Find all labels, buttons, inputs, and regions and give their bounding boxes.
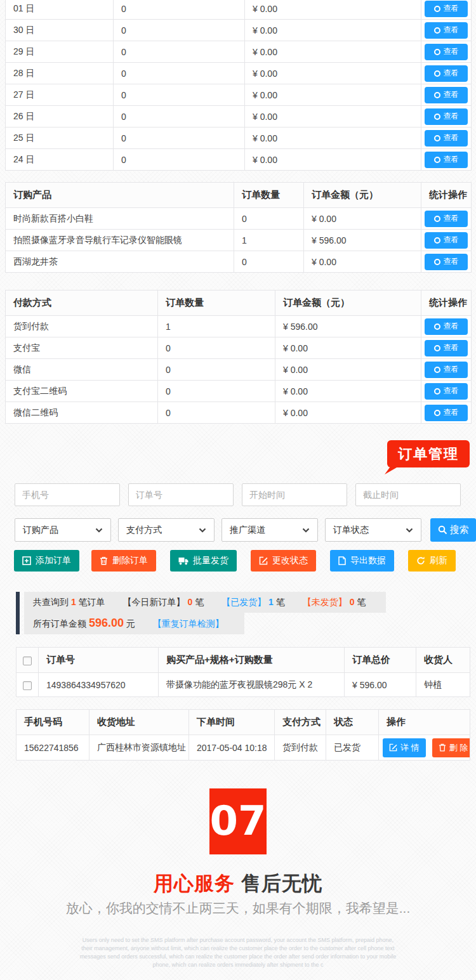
table-row: 24 日 0 ¥ 0.00 查看 bbox=[6, 149, 472, 171]
circle-icon bbox=[434, 92, 440, 98]
end-time-input[interactable] bbox=[355, 483, 461, 506]
day-cell: 27 日 bbox=[6, 84, 114, 106]
order-no-cell: 1493864334957620 bbox=[39, 673, 159, 697]
table-row: 支付宝 0 ¥ 0.00 查看 bbox=[6, 337, 472, 359]
product-stats-table: 订购产品 订单数量 订单金额（元） 统计操作 时尚新款百搭小白鞋 0 ¥ 0.0… bbox=[5, 182, 472, 273]
count-cell: 0 bbox=[114, 41, 245, 63]
table-row: 25 日 0 ¥ 0.00 查看 bbox=[6, 127, 472, 149]
view-button[interactable]: 查看 bbox=[425, 87, 468, 103]
column-header: 统计操作 bbox=[421, 183, 472, 208]
count-cell: 0 bbox=[114, 84, 245, 106]
edit-icon bbox=[259, 556, 268, 565]
channel-select[interactable]: 推广渠道 bbox=[221, 518, 318, 542]
refresh-icon bbox=[416, 556, 425, 565]
view-button[interactable]: 查看 bbox=[425, 318, 468, 335]
circle-icon bbox=[434, 388, 440, 395]
change-status-button[interactable]: 更改状态 bbox=[251, 550, 316, 572]
amount-cell: ¥ 0.00 bbox=[245, 63, 421, 84]
table-row: 30 日 0 ¥ 0.00 查看 bbox=[6, 20, 472, 41]
amount-cell: ¥ 0.00 bbox=[245, 149, 421, 171]
refresh-button[interactable]: 刷新 bbox=[408, 550, 456, 572]
column-header: 订单总价 bbox=[345, 648, 416, 673]
circle-icon bbox=[434, 367, 440, 373]
view-button[interactable]: 查看 bbox=[425, 362, 468, 378]
status-select[interactable]: 订单状态 bbox=[325, 518, 421, 542]
view-button[interactable]: 查看 bbox=[425, 44, 468, 60]
view-button[interactable]: 查看 bbox=[425, 1, 468, 17]
count-cell: 0 bbox=[114, 127, 245, 149]
view-button[interactable]: 查看 bbox=[425, 130, 468, 147]
table-row: 西湖龙井茶 0 ¥ 0.00 查看 bbox=[6, 251, 472, 273]
table-header-row: 订购产品 订单数量 订单金额（元） 统计操作 bbox=[6, 183, 472, 208]
product-select[interactable]: 订购产品 bbox=[15, 518, 111, 542]
product-cell: 西湖龙井茶 bbox=[6, 251, 234, 273]
day-cell: 01 日 bbox=[6, 0, 114, 20]
add-order-button[interactable]: 添加订单 bbox=[14, 550, 79, 572]
footer-title-accent: 用心服务 bbox=[154, 872, 235, 894]
product-stats-section: 订购产品 订单数量 订单金额（元） 统计操作 时尚新款百搭小白鞋 0 ¥ 0.0… bbox=[5, 182, 471, 273]
circle-icon bbox=[434, 70, 440, 77]
plus-square-icon bbox=[22, 556, 31, 565]
order-row: 1493864334957620 带摄像功能的蓝牙夜视眼镜298元 X 2 ¥ … bbox=[17, 673, 470, 697]
batch-ship-button[interactable]: 批量发货 bbox=[170, 550, 237, 572]
row-checkbox[interactable] bbox=[23, 681, 32, 690]
view-button[interactable]: 查看 bbox=[425, 211, 468, 227]
order-no-input[interactable] bbox=[128, 483, 234, 506]
select-all-checkbox[interactable] bbox=[23, 657, 32, 665]
payment-cell: 货到付款 bbox=[6, 316, 158, 337]
amount-cell: ¥ 0.00 bbox=[275, 337, 421, 359]
view-button[interactable]: 查看 bbox=[425, 383, 468, 400]
amount-cell: ¥ 596.00 bbox=[275, 316, 421, 337]
phone-input[interactable] bbox=[15, 483, 120, 506]
circle-icon bbox=[434, 237, 440, 244]
column-header: 购买产品+规格+订购数量 bbox=[159, 648, 345, 673]
table-row: 01 日 0 ¥ 0.00 查看 bbox=[6, 0, 472, 20]
column-header: 订单数量 bbox=[234, 183, 304, 208]
table-row: 微信二维码 0 ¥ 0.00 查看 bbox=[6, 402, 472, 424]
delete-order-button[interactable]: 删除订单 bbox=[91, 550, 156, 572]
status-cell: 已发货 bbox=[326, 735, 379, 761]
amount-cell: ¥ 0.00 bbox=[245, 106, 421, 127]
start-time-input[interactable] bbox=[242, 483, 347, 506]
orders-section-1: 订单号 购买产品+规格+订购数量 订单总价 收货人 14938643349576… bbox=[16, 647, 470, 697]
payment-stats-section: 付款方式 订单数量 订单金额（元） 统计操作 货到付款 1 ¥ 596.00 查… bbox=[5, 290, 471, 424]
view-button[interactable]: 查看 bbox=[425, 254, 468, 270]
delete-button[interactable]: 删 除 bbox=[432, 738, 470, 757]
query-count: 1 bbox=[71, 597, 76, 607]
view-button[interactable]: 查看 bbox=[425, 152, 468, 168]
orders-table-2: 手机号码 收货地址 下单时间 支付方式 状态 操作 15622741856 广西… bbox=[16, 709, 470, 761]
duplicate-check-link[interactable]: 【重复订单检测】 bbox=[153, 618, 224, 629]
footer-subtitle: 放心，你我的交情不止两三天，如果有个期限，我希望是... bbox=[0, 899, 476, 917]
column-header: 订单金额（元） bbox=[304, 183, 421, 208]
circle-icon bbox=[434, 27, 440, 34]
table-row: 拍照摄像蓝牙录音导航行车记录仪智能眼镜 1 ¥ 596.00 查看 bbox=[6, 230, 472, 251]
table-row: 时尚新款百搭小白鞋 0 ¥ 0.00 查看 bbox=[6, 208, 472, 230]
amount-cell: ¥ 596.00 bbox=[304, 230, 421, 251]
view-button[interactable]: 查看 bbox=[425, 405, 468, 421]
search-button[interactable]: 搜索 bbox=[430, 518, 476, 542]
order-management-ribbon: 订单管理 bbox=[387, 440, 470, 467]
count-cell: 0 bbox=[234, 208, 304, 230]
export-data-button[interactable]: 导出数据 bbox=[330, 550, 394, 572]
amount-cell: ¥ 0.00 bbox=[275, 402, 421, 424]
view-button[interactable]: 查看 bbox=[425, 232, 468, 249]
total-amount: 596.00 bbox=[89, 617, 124, 629]
column-header: 下单时间 bbox=[189, 710, 275, 735]
amount-cell: ¥ 0.00 bbox=[275, 359, 421, 381]
view-button[interactable]: 查看 bbox=[425, 65, 468, 82]
column-header: 状态 bbox=[326, 710, 379, 735]
payment-cell: 微信二维码 bbox=[6, 402, 158, 424]
column-header: 操作 bbox=[379, 710, 470, 735]
detail-button[interactable]: 详 情 bbox=[383, 738, 426, 757]
circle-icon bbox=[434, 345, 440, 351]
view-button[interactable]: 查看 bbox=[425, 340, 468, 356]
payment-cell: 微信 bbox=[6, 359, 158, 381]
day-cell: 28 日 bbox=[6, 63, 114, 84]
payment-cell: 支付宝 bbox=[6, 337, 158, 359]
view-button[interactable]: 查看 bbox=[425, 22, 468, 39]
view-button[interactable]: 查看 bbox=[425, 108, 468, 125]
phone-cell: 15622741856 bbox=[17, 735, 89, 761]
column-header: 统计操作 bbox=[421, 291, 472, 316]
today-count: 0 bbox=[187, 597, 192, 607]
payment-select[interactable]: 支付方式 bbox=[118, 518, 215, 542]
